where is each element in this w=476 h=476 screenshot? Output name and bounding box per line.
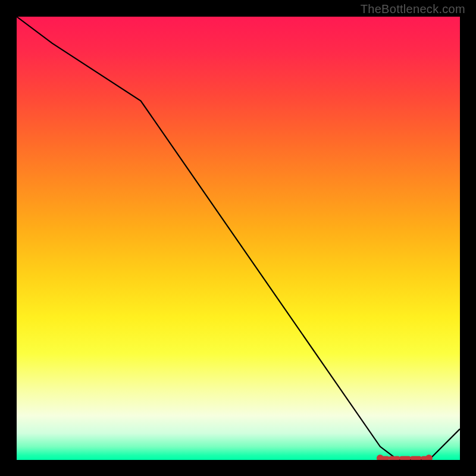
bottleneck-line-chart xyxy=(17,17,460,460)
chart-plot-area xyxy=(17,17,460,460)
target-range-end-dot xyxy=(425,455,433,460)
attribution-text: TheBottleneck.com xyxy=(361,2,465,16)
target-range-start-dot xyxy=(377,455,384,460)
bottleneck-curve-path xyxy=(17,17,460,460)
